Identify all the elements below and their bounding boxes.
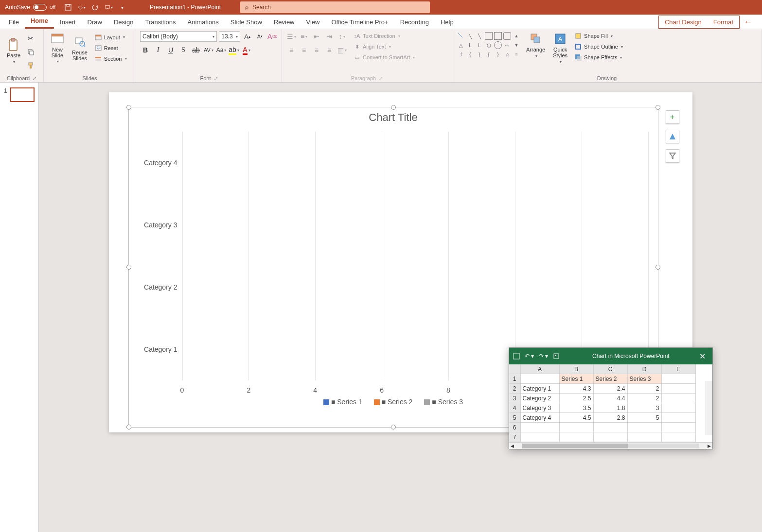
value-cell[interactable]: 3 xyxy=(628,403,662,413)
arrange-button[interactable]: Arrange▾ xyxy=(523,31,548,60)
underline-button[interactable]: U xyxy=(165,45,176,55)
undo-icon[interactable]: ▾ xyxy=(78,3,86,11)
value-cell[interactable]: 4.3 xyxy=(560,384,594,394)
new-slide-button[interactable]: New Slide ▾ xyxy=(48,31,67,65)
cell[interactable] xyxy=(560,423,594,432)
cell[interactable] xyxy=(560,432,594,442)
shape-fill-button[interactable]: Shape Fill▾ xyxy=(572,31,625,41)
font-launcher-icon[interactable]: ⤢ xyxy=(214,76,218,81)
search-box[interactable]: ⌕ Search xyxy=(240,1,430,13)
col-header[interactable] xyxy=(509,364,521,374)
slide[interactable]: + Chart Title 02468101214Category 4Categ… xyxy=(109,92,692,432)
legend-item-1[interactable]: ■ Series 1 xyxy=(323,398,362,406)
category-cell[interactable]: Category 2 xyxy=(521,394,560,403)
col-header[interactable]: A xyxy=(521,364,560,374)
reuse-slides-button[interactable]: Reuse Slides xyxy=(69,34,90,62)
category-row[interactable]: Category 3 xyxy=(182,210,648,240)
paragraph-launcher-icon[interactable]: ⤢ xyxy=(379,76,383,81)
convert-smartart-button[interactable]: ▭Convert to SmartArt▾ xyxy=(351,52,417,62)
clear-formatting-icon[interactable]: A⌫ xyxy=(267,31,278,42)
series-header[interactable]: Series 2 xyxy=(594,374,628,384)
value-cell[interactable]: 5 xyxy=(628,413,662,423)
category-cell[interactable]: Category 3 xyxy=(521,403,560,413)
shape-effects-button[interactable]: Shape Effects▾ xyxy=(572,52,625,62)
row-header[interactable]: 7 xyxy=(509,432,521,442)
resize-handle[interactable] xyxy=(126,425,131,429)
cell[interactable] xyxy=(662,394,696,403)
col-header[interactable]: D xyxy=(628,364,662,374)
align-left-button[interactable]: ≡ xyxy=(286,45,297,55)
thumbnail-slide-1[interactable]: 1 xyxy=(4,87,35,102)
cell[interactable] xyxy=(662,432,696,442)
col-header[interactable]: E xyxy=(662,364,696,374)
resize-handle[interactable] xyxy=(656,105,660,110)
value-cell[interactable]: 4.5 xyxy=(560,413,594,423)
save-icon[interactable] xyxy=(64,3,72,11)
tab-insert[interactable]: Insert xyxy=(54,16,82,29)
value-cell[interactable]: 2.4 xyxy=(594,384,628,394)
decrease-indent-button[interactable]: ⇤ xyxy=(311,31,322,42)
row-header[interactable]: 3 xyxy=(509,394,521,403)
series-header[interactable]: Series 3 xyxy=(628,374,662,384)
tab-file[interactable]: File xyxy=(3,16,25,29)
row-header[interactable]: 5 xyxy=(509,413,521,423)
chart-data-sheet[interactable]: ↶ ▾ ↷ ▾ Chart in Microsoft PowerPoint ✕ … xyxy=(509,347,713,449)
layout-button[interactable]: Layout▾ xyxy=(92,33,129,42)
ds-undo-icon[interactable]: ↶ ▾ xyxy=(525,353,534,360)
shadow-button[interactable]: S xyxy=(178,45,189,55)
tab-animations[interactable]: Animations xyxy=(182,16,225,29)
format-painter-icon[interactable] xyxy=(25,60,36,71)
row-header[interactable]: 1 xyxy=(509,374,521,384)
increase-font-icon[interactable]: A▴ xyxy=(242,31,253,42)
collapse-arrow-icon[interactable]: ← xyxy=(744,17,752,27)
cell[interactable] xyxy=(662,403,696,413)
toggle-switch[interactable] xyxy=(33,4,47,11)
columns-button[interactable]: ▥▾ xyxy=(337,45,347,55)
bold-button[interactable]: B xyxy=(140,45,151,55)
tab-home[interactable]: Home xyxy=(25,14,54,29)
autosave-toggle[interactable]: AutoSave Off xyxy=(0,4,60,11)
ds-edit-icon[interactable] xyxy=(553,353,560,360)
value-cell[interactable]: 1.8 xyxy=(594,403,628,413)
tab-recording[interactable]: Recording xyxy=(394,16,435,29)
row-header[interactable]: 4 xyxy=(509,403,521,413)
datasheet-close-button[interactable]: ✕ xyxy=(696,352,709,361)
chart-styles-button[interactable] xyxy=(666,130,679,143)
datasheet-vscroll[interactable] xyxy=(706,381,712,435)
increase-indent-button[interactable]: ⇥ xyxy=(324,31,335,42)
cell[interactable] xyxy=(662,413,696,423)
datasheet-titlebar[interactable]: ↶ ▾ ↷ ▾ Chart in Microsoft PowerPoint ✕ xyxy=(509,348,712,364)
reset-button[interactable]: Reset xyxy=(92,43,129,53)
shape-outline-button[interactable]: Shape Outline▾ xyxy=(572,42,625,51)
slide-canvas-area[interactable]: + Chart Title 02468101214Category 4Categ… xyxy=(39,83,762,532)
font-size-combo[interactable]: 13.3▾ xyxy=(219,31,240,42)
shapes-gallery[interactable]: ╲ ╲ ▲ △ L L ⬡ ⇨ ▼ ⤴ { } { } ☆ ≡ xyxy=(456,31,521,59)
category-cell[interactable]: Category 1 xyxy=(521,384,560,394)
bullets-button[interactable]: ☰▾ xyxy=(286,31,297,42)
copy-icon[interactable] xyxy=(25,47,36,57)
clipboard-launcher-icon[interactable]: ⤢ xyxy=(33,76,36,81)
tab-slideshow[interactable]: Slide Show xyxy=(225,16,268,29)
change-case-button[interactable]: Aa▾ xyxy=(216,45,227,55)
row-header[interactable]: 2 xyxy=(509,384,521,394)
slideshow-icon[interactable]: ▾ xyxy=(105,3,113,11)
numbering-button[interactable]: ≡▾ xyxy=(299,31,309,42)
legend-item-3[interactable]: ■ Series 3 xyxy=(424,398,463,406)
char-spacing-button[interactable]: AV▾ xyxy=(203,45,214,55)
justify-button[interactable]: ≡ xyxy=(324,45,335,55)
value-cell[interactable]: 2.8 xyxy=(594,413,628,423)
strikethrough-button[interactable]: ab xyxy=(191,45,201,55)
cell[interactable] xyxy=(662,374,696,384)
chart-filters-button[interactable] xyxy=(666,149,679,163)
resize-handle[interactable] xyxy=(391,105,396,110)
section-button[interactable]: Section▾ xyxy=(92,54,129,64)
category-row[interactable]: Category 2 xyxy=(182,273,648,302)
align-text-button[interactable]: ⬍Align Text▾ xyxy=(351,42,417,51)
font-color-button[interactable]: A▾ xyxy=(241,45,252,55)
resize-handle[interactable] xyxy=(391,425,396,429)
value-cell[interactable]: 2.5 xyxy=(560,394,594,403)
redo-icon[interactable] xyxy=(91,3,99,11)
series-header[interactable]: Series 1 xyxy=(560,374,594,384)
value-cell[interactable]: 4.4 xyxy=(594,394,628,403)
line-spacing-button[interactable]: ↕▾ xyxy=(337,31,347,42)
